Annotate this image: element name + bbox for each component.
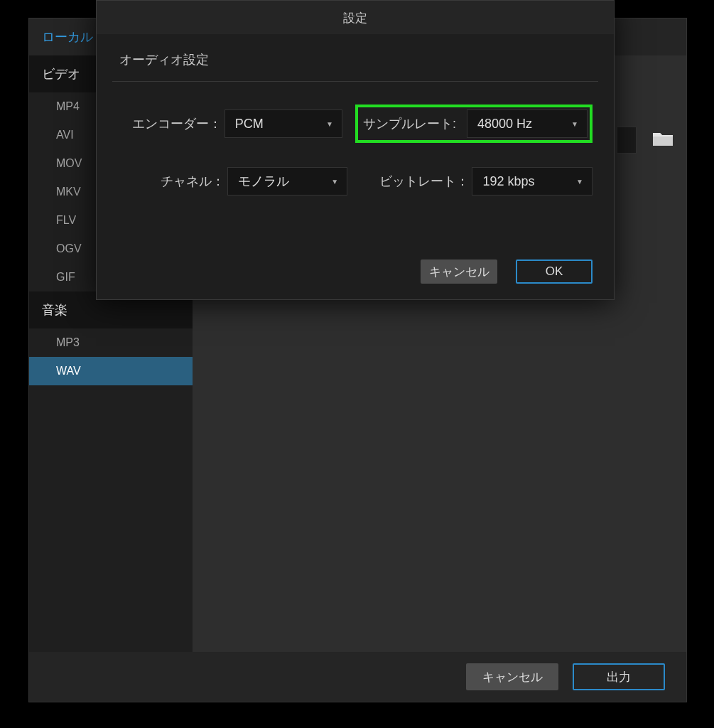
channel-select[interactable]: モノラル ▼: [227, 167, 348, 196]
channel-value: モノラル: [238, 173, 289, 190]
bitrate-label: ビットレート：: [347, 173, 472, 190]
channel-label: チャネル：: [118, 173, 227, 190]
chevron-down-icon: ▼: [571, 120, 578, 128]
bottom-bar: キャンセル 出力: [29, 652, 686, 702]
output-path-input[interactable]: [617, 127, 637, 154]
form-row-encoder-samplerate: エンコーダー： PCM ▼ サンプルレート: 48000 Hz ▼: [118, 105, 593, 143]
dialog-form: エンコーダー： PCM ▼ サンプルレート: 48000 Hz ▼ チャネル： …: [97, 82, 614, 203]
output-button[interactable]: 出力: [573, 663, 665, 690]
dialog-actions: キャンセル OK: [421, 259, 593, 284]
sidebar-item-wav[interactable]: WAV: [29, 357, 193, 385]
encoder-value: PCM: [235, 117, 264, 132]
form-row-channel-bitrate: チャネル： モノラル ▼ ビットレート： 192 kbps ▼: [118, 167, 593, 196]
bitrate-select[interactable]: 192 kbps ▼: [472, 167, 593, 196]
sample-rate-value: 48000 Hz: [477, 117, 532, 132]
dialog-cancel-button[interactable]: キャンセル: [421, 259, 497, 284]
sidebar-item-mp3[interactable]: MP3: [29, 328, 193, 357]
chevron-down-icon: ▼: [331, 178, 338, 186]
folder-icon: [652, 131, 674, 150]
tab-local[interactable]: ローカル: [42, 28, 93, 46]
sample-rate-highlight: サンプルレート: 48000 Hz ▼: [355, 105, 593, 143]
browse-folder-button[interactable]: [652, 131, 674, 150]
encoder-select[interactable]: PCM ▼: [225, 109, 342, 138]
sample-rate-label: サンプルレート:: [360, 115, 467, 132]
settings-dialog: 設定 オーディオ設定 エンコーダー： PCM ▼ サンプルレート: 48000 …: [96, 0, 615, 300]
chevron-down-icon: ▼: [326, 120, 333, 128]
dialog-title: 設定: [97, 1, 614, 34]
dialog-subtitle: オーディオ設定: [97, 34, 614, 81]
chevron-down-icon: ▼: [576, 178, 583, 186]
cancel-button[interactable]: キャンセル: [466, 663, 558, 690]
sample-rate-select[interactable]: 48000 Hz ▼: [467, 109, 588, 138]
encoder-label: エンコーダー：: [118, 115, 225, 132]
dialog-ok-button[interactable]: OK: [516, 259, 593, 284]
bitrate-value: 192 kbps: [482, 174, 534, 189]
